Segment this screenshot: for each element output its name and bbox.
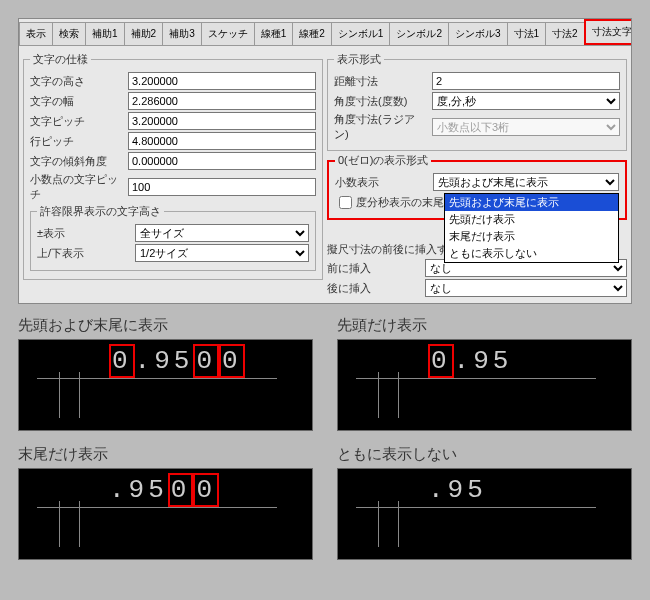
tab-sketch[interactable]: スケッチ [201, 22, 255, 45]
tab-aux3[interactable]: 補助3 [162, 22, 202, 45]
tab-aux2[interactable]: 補助2 [124, 22, 164, 45]
text-spec-legend: 文字の仕様 [30, 52, 91, 67]
tab-sym2[interactable]: シンボル2 [389, 22, 449, 45]
input-pitch[interactable] [128, 112, 316, 130]
zero-dropdown[interactable]: 先頭および末尾に表示 先頭だけ表示 末尾だけ表示 ともに表示しない [444, 193, 619, 263]
label-width: 文字の幅 [30, 94, 124, 109]
format-legend: 表示形式 [334, 52, 384, 67]
label-after: 後に挿入 [327, 281, 421, 296]
label-angrad: 角度寸法(ラジアン) [334, 112, 428, 142]
select-updn[interactable]: 1/2サイズ [135, 244, 309, 262]
example-b-value: 0.95 [428, 346, 512, 376]
select-after[interactable]: なし [425, 279, 627, 297]
example-c-value: .9500 [109, 475, 219, 505]
label-before: 前に挿入 [327, 261, 421, 276]
tab-line2[interactable]: 線種2 [292, 22, 332, 45]
label-plus: ±表示 [37, 226, 131, 241]
example-c-title: 末尾だけ表示 [18, 445, 313, 464]
zero-format-group: 0(ゼロ)の表示形式 小数表示 先頭および末尾に表示 先頭および末尾に表示 先頭… [327, 153, 627, 220]
example-a-value: 0.9500 [109, 346, 245, 376]
example-d-title: ともに表示しない [337, 445, 632, 464]
tab-dim2[interactable]: 寸法2 [545, 22, 585, 45]
tab-search[interactable]: 検索 [52, 22, 86, 45]
tab-bar: 表示 検索 補助1 補助2 補助3 スケッチ 線種1 線種2 シンボル1 シンボ… [19, 19, 631, 46]
tab-dimtext[interactable]: 寸法文字 [584, 19, 631, 45]
tab-sym3[interactable]: シンボル3 [448, 22, 508, 45]
example-b-img: 0.95 [337, 339, 632, 431]
label-angdeg: 角度寸法(度数) [334, 94, 428, 109]
input-linepitch[interactable] [128, 132, 316, 150]
example-b-title: 先頭だけ表示 [337, 316, 632, 335]
tab-sym1[interactable]: シンボル1 [331, 22, 391, 45]
zero-option-3[interactable]: ともに表示しない [445, 245, 618, 262]
select-angrad[interactable]: 小数点以下3桁 [432, 118, 620, 136]
examples-grid: 先頭および末尾に表示 0.9500 先頭だけ表示 0.95 末尾だけ表示 .95… [18, 316, 632, 560]
example-c: 末尾だけ表示 .9500 [18, 445, 313, 560]
input-width[interactable] [128, 92, 316, 110]
text-spec-group: 文字の仕様 文字の高さ 文字の幅 文字ピッチ 行ピッチ 文字の傾斜角度 小数点の… [23, 52, 323, 280]
label-linepitch: 行ピッチ [30, 134, 124, 149]
tolerance-legend: 許容限界表示の文字高さ [37, 204, 164, 219]
zero-option-1[interactable]: 先頭だけ表示 [445, 211, 618, 228]
input-slant[interactable] [128, 152, 316, 170]
label-decpitch: 小数点の文字ピッチ [30, 172, 124, 202]
settings-panel: 表示 検索 補助1 補助2 補助3 スケッチ 線種1 線種2 シンボル1 シンボ… [18, 18, 632, 304]
select-zero[interactable]: 先頭および末尾に表示 [433, 173, 619, 191]
tab-display[interactable]: 表示 [19, 22, 53, 45]
zero-option-0[interactable]: 先頭および末尾に表示 [445, 194, 618, 211]
example-a-title: 先頭および末尾に表示 [18, 316, 313, 335]
label-zero: 小数表示 [335, 175, 429, 190]
label-updn: 上/下表示 [37, 246, 131, 261]
example-a-img: 0.9500 [18, 339, 313, 431]
example-b: 先頭だけ表示 0.95 [337, 316, 632, 431]
tab-aux1[interactable]: 補助1 [85, 22, 125, 45]
tab-line1[interactable]: 線種1 [254, 22, 294, 45]
example-c-img: .9500 [18, 468, 313, 560]
select-angdeg[interactable]: 度,分,秒 [432, 92, 620, 110]
checkbox-dms-zero[interactable] [339, 196, 352, 209]
example-d: ともに表示しない .95 [337, 445, 632, 560]
input-dist[interactable] [432, 72, 620, 90]
tab-dim1[interactable]: 寸法1 [507, 22, 547, 45]
zero-option-2[interactable]: 末尾だけ表示 [445, 228, 618, 245]
input-decpitch[interactable] [128, 178, 316, 196]
input-height[interactable] [128, 72, 316, 90]
example-d-img: .95 [337, 468, 632, 560]
zero-legend: 0(ゼロ)の表示形式 [335, 153, 431, 168]
label-dist: 距離寸法 [334, 74, 428, 89]
format-group: 表示形式 距離寸法 角度寸法(度数)度,分,秒 角度寸法(ラジアン)小数点以下3… [327, 52, 627, 151]
tolerance-group: 許容限界表示の文字高さ ±表示全サイズ 上/下表示1/2サイズ [30, 204, 316, 271]
label-height: 文字の高さ [30, 74, 124, 89]
label-pitch: 文字ピッチ [30, 114, 124, 129]
select-plus[interactable]: 全サイズ [135, 224, 309, 242]
example-a: 先頭および末尾に表示 0.9500 [18, 316, 313, 431]
example-d-value: .95 [428, 475, 487, 505]
label-slant: 文字の傾斜角度 [30, 154, 124, 169]
